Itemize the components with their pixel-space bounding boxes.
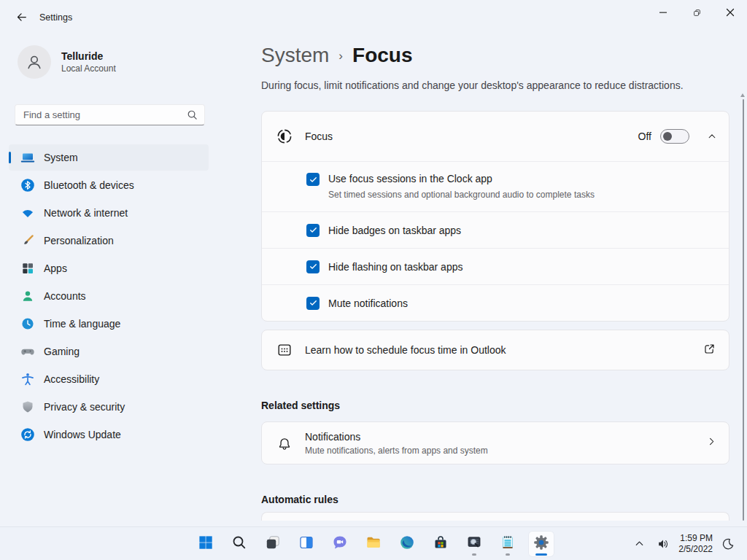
breadcrumb-parent[interactable]: System	[261, 44, 329, 67]
tray-chevron-up-icon[interactable]	[631, 535, 648, 552]
scrollbar-thumb[interactable]	[743, 99, 745, 521]
sidebar-item-label: Accessibility	[44, 373, 99, 385]
bluetooth-icon	[20, 178, 35, 192]
personalization-icon	[20, 233, 35, 248]
focus-toggle[interactable]	[660, 129, 689, 144]
running-indicator	[506, 553, 510, 556]
checkbox-hide-flashing[interactable]	[306, 260, 320, 273]
notifications-subtitle: Mute notifications, alerts from apps and…	[305, 446, 488, 456]
notepad-button[interactable]	[495, 532, 520, 556]
account-type: Local Account	[61, 63, 116, 74]
option-label: Hide flashing on taskbar apps	[328, 261, 462, 273]
page-description: During focus, limit notifications and ch…	[261, 79, 729, 91]
focus-icon	[276, 128, 293, 144]
sidebar-item-system[interactable]: System	[9, 144, 209, 171]
volume-icon[interactable]	[654, 534, 673, 553]
widgets-button[interactable]	[294, 532, 319, 556]
sidebar-item-label: Windows Update	[44, 429, 121, 440]
search-box[interactable]	[15, 104, 205, 125]
edge-icon	[398, 534, 416, 554]
outlook-link-label: Learn how to schedule focus time in Outl…	[305, 344, 506, 356]
sidebar-item-personalization[interactable]: Personalization	[9, 228, 209, 254]
search-icon	[187, 109, 198, 120]
focus-option-row: Use focus sessions in the Clock app Set …	[262, 161, 729, 211]
sidebar-item-accounts[interactable]: Accounts	[9, 283, 209, 309]
automatic-rules-card-partial[interactable]	[261, 512, 729, 521]
accessibility-icon	[20, 372, 35, 386]
collapse-chevron-button[interactable]	[707, 131, 717, 141]
store-button[interactable]	[428, 532, 453, 556]
focus-option-row: Hide flashing on taskbar apps	[262, 248, 729, 284]
tray-date: 2/5/2022	[678, 544, 713, 555]
focus-title: Focus	[305, 131, 333, 142]
file-explorer-button[interactable]	[361, 532, 386, 556]
active-indicator	[535, 553, 547, 556]
sidebar-item-label: Bluetooth & devices	[44, 179, 134, 191]
log-search-app-button[interactable]	[462, 532, 487, 556]
sidebar-item-label: Time & language	[44, 318, 120, 330]
scrollbar-up-arrow[interactable]	[740, 93, 745, 97]
sidebar-item-network-internet[interactable]: Network & internet	[9, 200, 209, 226]
checkbox-mute-notifications[interactable]	[306, 297, 320, 310]
chevron-up-icon	[707, 131, 717, 141]
task-view-icon	[264, 534, 282, 554]
search-input[interactable]	[15, 109, 187, 120]
do-not-disturb-moon-icon[interactable]	[719, 534, 738, 553]
restore-button[interactable]	[680, 0, 713, 25]
titlebar: Settings	[0, 0, 747, 35]
focus-toggle-state: Off	[638, 131, 651, 142]
external-link-icon	[703, 343, 716, 358]
check-icon	[309, 298, 318, 308]
avatar	[18, 45, 51, 79]
minimize-button[interactable]	[646, 0, 680, 25]
checkbox-focus-sessions[interactable]	[306, 173, 320, 186]
scrollbar[interactable]	[740, 93, 745, 524]
check-icon	[309, 175, 318, 184]
log-search-icon	[465, 534, 483, 554]
sidebar-item-apps[interactable]: Apps	[9, 255, 209, 281]
sidebar-item-accessibility[interactable]: Accessibility	[9, 366, 209, 392]
sidebar-item-bluetooth-devices[interactable]: Bluetooth & devices	[9, 172, 209, 198]
sidebar-item-privacy-security[interactable]: Privacy & security	[9, 394, 209, 420]
notifications-card[interactable]: Notifications Mute notifications, alerts…	[261, 421, 729, 464]
option-subtitle: Set timed sessions and optional backgrou…	[328, 190, 595, 200]
sidebar: Telluride Local Account System Bluetooth…	[0, 35, 219, 526]
sidebar-item-label: System	[44, 152, 78, 163]
chat-button[interactable]	[328, 532, 352, 556]
focus-header-row[interactable]: Focus Off	[262, 112, 729, 161]
running-indicator	[472, 553, 476, 556]
check-icon	[309, 225, 318, 235]
sidebar-nav: System Bluetooth & devices Network & int…	[0, 143, 219, 449]
account-header: Telluride Local Account	[0, 35, 219, 79]
sidebar-item-label: Apps	[44, 262, 67, 274]
checkbox-hide-badges[interactable]	[306, 224, 320, 237]
accounts-icon	[20, 289, 35, 303]
outlook-focus-link-card[interactable]: Learn how to schedule focus time in Outl…	[261, 330, 729, 370]
automatic-rules-heading: Automatic rules	[261, 494, 729, 505]
sidebar-item-windows-update[interactable]: Windows Update	[9, 421, 209, 448]
windows-update-icon	[20, 427, 35, 442]
sidebar-item-label: Personalization	[44, 235, 114, 246]
option-label: Mute notifications	[328, 298, 408, 309]
sidebar-item-label: Gaming	[44, 346, 80, 357]
privacy-icon	[20, 400, 35, 414]
back-button[interactable]	[10, 9, 32, 27]
edge-button[interactable]	[395, 532, 419, 556]
system-tray: 1:59 PM 2/5/2022	[631, 527, 747, 560]
focus-option-row: Mute notifications	[262, 284, 729, 321]
taskbar-search-button[interactable]	[227, 532, 252, 556]
sidebar-item-gaming[interactable]: Gaming	[9, 338, 209, 365]
back-arrow-icon	[15, 12, 28, 26]
notifications-title: Notifications	[305, 431, 488, 443]
settings-taskbar-button[interactable]	[529, 532, 554, 556]
sidebar-item-label: Accounts	[44, 290, 86, 302]
option-label: Hide badges on taskbar apps	[328, 225, 461, 236]
sidebar-item-time-language[interactable]: Time & language	[9, 311, 209, 337]
network-icon	[20, 206, 35, 220]
clock[interactable]: 1:59 PM 2/5/2022	[678, 533, 713, 555]
close-button[interactable]	[713, 0, 747, 25]
task-view-button[interactable]	[260, 532, 285, 556]
start-button[interactable]	[193, 532, 218, 556]
taskbar-search-icon	[231, 534, 248, 554]
bell-icon	[276, 435, 293, 451]
